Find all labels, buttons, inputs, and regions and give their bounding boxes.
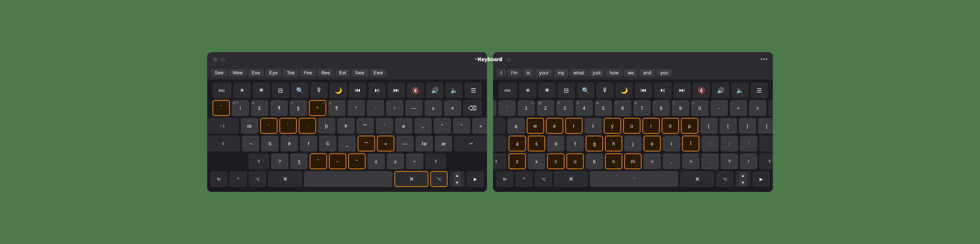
key-middot-1[interactable]: ·	[367, 100, 384, 116]
key-menu-1[interactable]: ☰	[465, 82, 482, 98]
key-expose-2[interactable]: ⊟	[558, 82, 575, 98]
key-w-2[interactable]: ẃ	[527, 118, 544, 134]
key-dblq2-1[interactable]: "	[348, 153, 366, 169]
minimize-button-1[interactable]	[220, 57, 225, 62]
key-v-2[interactable]: ú	[566, 153, 584, 169]
key-leq-1[interactable]: ≤	[368, 153, 385, 169]
key-2-2[interactable]: @ 2	[537, 100, 554, 116]
suggestion-2-6[interactable]: just	[589, 69, 604, 77]
key-rsq-1[interactable]: '	[376, 118, 393, 134]
key-esc-1[interactable]: esc	[213, 82, 231, 98]
key-backspace-1[interactable]: ⌫	[463, 100, 482, 116]
key-section-1[interactable]: + §	[290, 100, 307, 116]
key-degree-1[interactable]: °	[347, 100, 365, 116]
key-bdlq-1[interactable]: „	[414, 118, 432, 134]
key-esc-2[interactable]: esc	[498, 82, 517, 98]
key-opt-1[interactable]: ⌥	[249, 171, 266, 187]
key-beta-1[interactable]: ß	[261, 136, 278, 152]
key-cmd-r-2[interactable]: ⌘	[680, 171, 714, 187]
suggestion-1-2[interactable]: Eve	[248, 69, 264, 77]
key-8-2[interactable]: * 8	[652, 100, 670, 116]
key-tab-1[interactable]: →|	[207, 118, 239, 134]
key-dblqo-1[interactable]: ""	[358, 136, 375, 152]
key-b-2[interactable]: b	[585, 153, 603, 169]
suggestion-2-3[interactable]: your	[535, 69, 552, 77]
suggestion-2-10[interactable]: you	[656, 69, 672, 77]
key-opt-r-1[interactable]: ⌥	[430, 171, 448, 187]
key-ii-2[interactable]: Ī	[682, 136, 700, 152]
suggestion-2-0[interactable]: I	[497, 69, 506, 77]
key-caps-1[interactable]: ⇧	[207, 136, 240, 152]
key-i-2[interactable]: í	[643, 118, 660, 134]
key-quote-2[interactable]: '	[740, 136, 757, 152]
key-not-1[interactable]: ¬	[242, 136, 259, 152]
key-n-2[interactable]: ń	[605, 153, 622, 169]
key-up-1[interactable]: ↑	[386, 100, 403, 116]
key-rdq-1[interactable]: "	[453, 118, 470, 134]
key-search-2[interactable]: 🔍	[577, 82, 594, 98]
key-o-2[interactable]: ó	[662, 118, 679, 134]
key-opt-2[interactable]: ⌥	[535, 171, 552, 187]
key-brightness-down-1[interactable]: ☀	[233, 82, 251, 98]
key-under-1[interactable]: _	[338, 136, 356, 152]
key-m-2[interactable]: ṁ	[624, 153, 642, 169]
key-oe-1[interactable]: œ	[241, 118, 258, 134]
key-mute-2[interactable]: 🔇	[693, 82, 710, 98]
key-lbracket-2[interactable]: [	[719, 118, 737, 134]
suggestion-2-1[interactable]: I'm	[508, 69, 521, 77]
key-shift-l-2[interactable]: ⇧	[493, 153, 507, 169]
key-slash-2[interactable]: /	[740, 153, 757, 169]
key-shift-l-1[interactable]: ⇧	[248, 153, 269, 169]
key-volup-2[interactable]: 🔊	[712, 82, 729, 98]
key-endash-1[interactable]: —	[396, 136, 414, 152]
key-moon-2[interactable]: 🌙	[616, 82, 633, 98]
arrow-up-2[interactable]: ▲	[739, 172, 747, 179]
key-j-2[interactable]: j	[624, 136, 642, 152]
key-fastforward-1[interactable]: ⏭	[388, 82, 405, 98]
key-shift-r-2[interactable]: ⇧	[759, 153, 773, 169]
key-brightness-up-1[interactable]: ☀	[253, 82, 270, 98]
key-middot2-1[interactable]: ·	[299, 118, 316, 134]
key-enter-1[interactable]: ↵	[454, 136, 487, 152]
key-oslash-1[interactable]: ø	[395, 118, 412, 134]
key-t-2[interactable]: t	[584, 118, 602, 134]
key-lsq-1[interactable]: '	[260, 118, 277, 134]
key-i-1[interactable]: €™ i	[232, 100, 249, 116]
key-4-2[interactable]: $ 4	[576, 100, 593, 116]
suggestion-2-9[interactable]: and	[640, 69, 655, 77]
key-ldq-1[interactable]: "	[434, 118, 451, 134]
key-rbracket-2[interactable]: ]	[758, 118, 773, 134]
key-num-1[interactable]: №	[415, 136, 433, 152]
key-expose-1[interactable]: ⊟	[272, 82, 289, 98]
key-f-1[interactable]: f	[300, 136, 317, 152]
key-caps-2[interactable]: ⇧	[493, 136, 507, 152]
key-k-2[interactable]: ķ	[643, 136, 661, 152]
key-7-2[interactable]: & 7	[633, 100, 651, 116]
key-mic-1[interactable]: 🎙	[310, 82, 328, 98]
key-acute-1[interactable]: ´	[279, 118, 297, 134]
suggestion-1-5[interactable]: Fee	[300, 69, 316, 77]
key-pound-1[interactable]: € £	[251, 100, 269, 116]
key-c-2[interactable]: ć	[547, 153, 565, 169]
key-s-2[interactable]: ś	[528, 136, 545, 152]
key-5-2[interactable]: % 5	[595, 100, 612, 116]
key-cmd-l-1[interactable]: ⌘	[268, 171, 302, 187]
key-lguil-1[interactable]: «	[472, 118, 487, 134]
key-dblq-1[interactable]: ""	[356, 118, 374, 134]
key-right-1[interactable]: ▶	[466, 171, 484, 187]
key-lbrace-2[interactable]: {	[700, 118, 718, 134]
key-yen-1[interactable]: ¥	[337, 118, 355, 134]
key-space-2[interactable]: '	[590, 171, 678, 187]
close-button-1[interactable]: ✕	[213, 57, 217, 62]
key-tab-2[interactable]: →|	[493, 118, 506, 134]
suggestion-1-3[interactable]: Eye	[266, 69, 281, 77]
key-arrows-1[interactable]: ▲ ▼	[450, 171, 465, 187]
minimize-button-2[interactable]	[506, 57, 511, 62]
key-right-2[interactable]: ▶	[752, 171, 770, 187]
key-voldown-1[interactable]: 🔈	[445, 82, 463, 98]
key-eth-1[interactable]: ð	[280, 136, 298, 152]
key-1-2[interactable]: ! 1	[518, 100, 535, 116]
key-plus-2[interactable]: +	[730, 100, 747, 116]
key-backtick-1[interactable]: / `	[213, 100, 230, 116]
key-shift-r-1[interactable]: ⇧	[425, 153, 446, 169]
